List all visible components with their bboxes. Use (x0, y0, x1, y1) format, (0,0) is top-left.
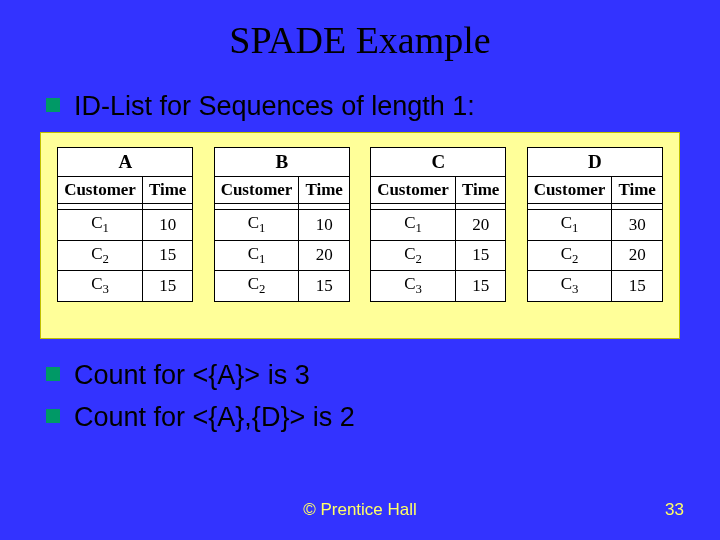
table-D: D Customer Time C1 30 C2 20 C3 15 (527, 147, 663, 301)
col-customer: Customer (214, 177, 299, 204)
bullet-text: ID-List for Sequences of length 1: (74, 90, 475, 122)
bullet-item-1: ID-List for Sequences of length 1: (40, 90, 680, 122)
bullet-text: Count for <{A}> is 3 (74, 359, 310, 391)
table-row: C3 15 (371, 271, 506, 301)
table-row: C3 15 (527, 271, 662, 301)
cust-sub: 2 (415, 252, 421, 266)
table-row: C1 10 (58, 210, 193, 240)
bullet-item-2: Count for <{A}> is 3 (40, 359, 680, 391)
square-bullet-icon (46, 98, 60, 112)
table-row: C1 10 (214, 210, 349, 240)
cust-cell: C (91, 274, 102, 293)
table-label: C (371, 148, 506, 177)
cust-cell: C (404, 274, 415, 293)
slide-title: SPADE Example (40, 18, 680, 62)
table-B: B Customer Time C1 10 C1 20 C2 15 (214, 147, 350, 301)
table-row: C2 20 (527, 240, 662, 270)
page-number: 33 (665, 500, 684, 520)
time-cell: 20 (455, 210, 505, 240)
table-A: A Customer Time C1 10 C2 15 C3 15 (57, 147, 193, 301)
col-time: Time (612, 177, 662, 204)
col-customer: Customer (371, 177, 456, 204)
time-cell: 20 (612, 240, 662, 270)
cust-cell: C (248, 244, 259, 263)
table-row: C2 15 (58, 240, 193, 270)
time-cell: 15 (142, 240, 192, 270)
col-time: Time (142, 177, 192, 204)
id-list-tables: A Customer Time C1 10 C2 15 C3 15 (40, 132, 680, 338)
cust-sub: 2 (259, 283, 265, 297)
time-cell: 15 (455, 240, 505, 270)
table-row: C3 15 (58, 271, 193, 301)
slide: SPADE Example ID-List for Sequences of l… (0, 0, 720, 540)
cust-sub: 2 (572, 252, 578, 266)
cust-cell: C (248, 213, 259, 232)
col-time: Time (299, 177, 349, 204)
cust-cell: C (404, 244, 415, 263)
bullet-item-3: Count for <{A},{D}> is 2 (40, 401, 680, 433)
time-cell: 10 (299, 210, 349, 240)
time-cell: 20 (299, 240, 349, 270)
cust-sub: 2 (102, 252, 108, 266)
time-cell: 15 (455, 271, 505, 301)
cust-sub: 1 (572, 222, 578, 236)
time-cell: 15 (612, 271, 662, 301)
square-bullet-icon (46, 409, 60, 423)
time-cell: 15 (299, 271, 349, 301)
table-label: A (58, 148, 193, 177)
table-row: C1 20 (214, 240, 349, 270)
bullet-text: Count for <{A},{D}> is 2 (74, 401, 355, 433)
cust-sub: 1 (415, 222, 421, 236)
table-label: D (527, 148, 662, 177)
table-row: C2 15 (371, 240, 506, 270)
cust-sub: 1 (259, 252, 265, 266)
cust-cell: C (248, 274, 259, 293)
cust-cell: C (91, 213, 102, 232)
time-cell: 30 (612, 210, 662, 240)
cust-sub: 1 (259, 222, 265, 236)
time-cell: 10 (142, 210, 192, 240)
cust-cell: C (561, 244, 572, 263)
cust-sub: 1 (102, 222, 108, 236)
cust-sub: 3 (572, 283, 578, 297)
table-row: C1 30 (527, 210, 662, 240)
cust-cell: C (561, 274, 572, 293)
cust-sub: 3 (102, 283, 108, 297)
col-customer: Customer (527, 177, 612, 204)
table-row: C1 20 (371, 210, 506, 240)
cust-cell: C (91, 244, 102, 263)
table-row: C2 15 (214, 271, 349, 301)
cust-cell: C (404, 213, 415, 232)
col-customer: Customer (58, 177, 143, 204)
table-label: B (214, 148, 349, 177)
col-time: Time (455, 177, 505, 204)
time-cell: 15 (142, 271, 192, 301)
square-bullet-icon (46, 367, 60, 381)
table-C: C Customer Time C1 20 C2 15 C3 15 (370, 147, 506, 301)
cust-cell: C (561, 213, 572, 232)
footer-copyright: © Prentice Hall (0, 500, 720, 520)
cust-sub: 3 (415, 283, 421, 297)
